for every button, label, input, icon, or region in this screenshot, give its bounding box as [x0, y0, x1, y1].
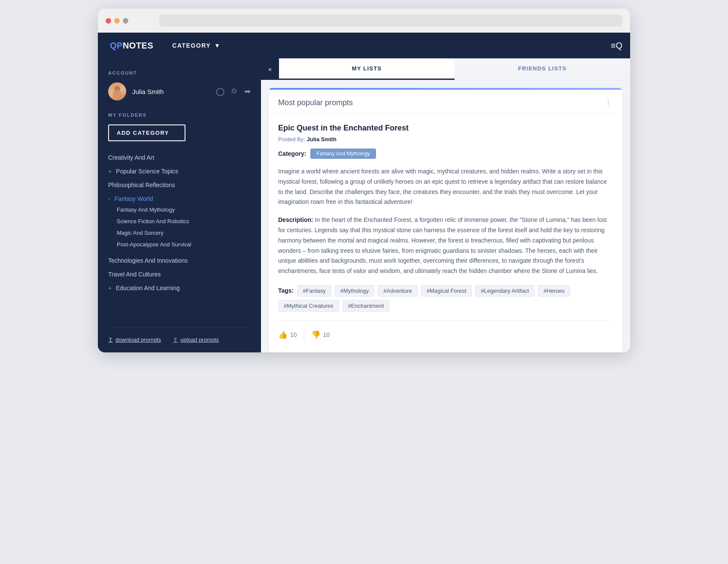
download-prompts-label: download prompts [115, 337, 161, 343]
minimize-dot[interactable] [114, 18, 120, 24]
expand-icon-2: + [108, 285, 112, 291]
thumbs-up-icon: 👍 [278, 330, 288, 340]
sidebar-item-post-apocalypse-label: Post-Apocalypse And Survival [117, 241, 191, 248]
like-button[interactable]: 👍 10 [278, 327, 297, 343]
maximize-dot[interactable] [123, 18, 128, 24]
vote-divider [304, 330, 304, 340]
avatar-image [108, 82, 126, 100]
like-count: 10 [290, 331, 297, 338]
browser-dots [106, 18, 128, 24]
sidebar-item-post-apocalypse[interactable]: Post-Apocalypse And Survival [117, 239, 251, 250]
description-text: In the heart of the Enchanted Forest, a … [278, 216, 607, 274]
sidebar-collapse-button[interactable]: « [261, 58, 279, 80]
search-icon: ≡Q [611, 41, 622, 51]
category-row: Category: Fantasy And Mythology [278, 149, 613, 159]
prompt-text: Imagine a world where ancient forests ar… [278, 167, 613, 207]
folders-label: MY FOLDERS [108, 112, 251, 118]
sidebar-item-education[interactable]: + Education And Learning [108, 281, 251, 295]
tag-mythology[interactable]: #Mythology [335, 285, 374, 297]
more-options-icon[interactable]: ⋮ [604, 97, 613, 108]
tag-magical-forest[interactable]: #Magical Forest [421, 285, 472, 297]
vote-row: 👍 10 👎 10 [278, 320, 613, 343]
category-badge[interactable]: Fantasy And Mythology [310, 149, 376, 159]
prompt-card: Most popular prompts ⋮ Epic Quest in the… [269, 88, 622, 352]
navbar: QPNOTES CATEGORY ▼ ≡Q [98, 33, 630, 58]
sidebar-item-fantasy-mythology-label: Fantasy And Mythology [117, 206, 175, 213]
tags-row: Tags: #Fantasy #Mythology #Adventure #Ma… [278, 285, 613, 312]
tag-enchantment[interactable]: #Enchantment [343, 300, 390, 312]
thumbs-down-icon: 👎 [311, 330, 321, 340]
sidebar-item-magic-sorcery[interactable]: Magic And Sorcery [117, 227, 251, 239]
sidebar-item-popular-science-label: Popular Science Topics [116, 168, 178, 175]
sidebar-item-travel-label: Travel And Cultures [108, 271, 161, 278]
collapse-sidebar-icon: « [268, 66, 272, 73]
logo-qp: QP [110, 41, 123, 50]
fantasy-world-sublist: Fantasy And Mythology Science Fiction An… [108, 204, 251, 250]
browser-window: QPNOTES CATEGORY ▼ ≡Q ACCOUNT [98, 9, 630, 352]
tag-fantasy[interactable]: #Fantasy [297, 285, 331, 297]
sidebar-item-creativity-label: Creativity And Art [108, 154, 154, 161]
sidebar-item-fantasy-world[interactable]: - Fantasy World Fantasy And Mythology Sc… [108, 192, 251, 254]
sidebar-item-fantasy-mythology[interactable]: Fantasy And Mythology [117, 204, 251, 215]
browser-chrome [98, 9, 630, 33]
app-logo: QPNOTES [110, 41, 153, 51]
tab-friends-lists-label: FRIENDS LISTS [518, 65, 567, 72]
address-bar[interactable] [159, 15, 622, 27]
navbar-center: CATEGORY ▼ [153, 39, 610, 52]
user-name: Julia Smith [132, 88, 210, 95]
tag-mythical-creatures[interactable]: #Mythical Creatures [278, 300, 339, 312]
prompt-title: Epic Quest in the Enchanted Forest [278, 124, 613, 133]
tag-legendary-artifact[interactable]: #Legendary Artifact [475, 285, 534, 297]
dislike-button[interactable]: 👎 10 [311, 327, 330, 343]
sidebar-item-creativity[interactable]: Creativity And Art [108, 151, 251, 164]
add-category-button[interactable]: ADD CATEGORY [108, 124, 185, 141]
sidebar-item-scifi-robotics-label: Science Fiction And Robotics [117, 218, 189, 224]
sidebar-item-philosophical[interactable]: Philosophical Reflections [108, 178, 251, 192]
chevron-down-icon: ▼ [214, 42, 221, 49]
category-field-label: Category: [278, 150, 306, 157]
prompt-card-body: Epic Quest in the Enchanted Forest Poste… [269, 114, 622, 352]
avatar [108, 82, 126, 100]
profile-icon[interactable]: ◯ [216, 87, 224, 96]
description-label: Description: [278, 216, 313, 223]
close-dot[interactable] [106, 18, 111, 24]
description-section: Description: In the heart of the Enchant… [278, 215, 613, 276]
sidebar-item-education-label: Education And Learning [116, 285, 180, 291]
search-button[interactable]: ≡Q [611, 41, 622, 51]
app: QPNOTES CATEGORY ▼ ≡Q ACCOUNT [98, 33, 630, 352]
upload-prompts-link[interactable]: ⇧ upload prompts [173, 337, 219, 343]
category-dropdown[interactable]: CATEGORY ▼ [166, 39, 227, 52]
tab-my-lists[interactable]: MY LISTS [279, 58, 455, 80]
tabs-row: « MY LISTS FRIENDS LISTS [261, 58, 630, 80]
sidebar-item-popular-science[interactable]: + Popular Science Topics [108, 164, 251, 178]
tag-heroes[interactable]: #Heroes [538, 285, 570, 297]
sidebar-item-scifi-robotics[interactable]: Science Fiction And Robotics [117, 215, 251, 227]
prompt-card-section-title: Most popular prompts [278, 98, 353, 107]
main-area: ACCOUNT Julia Smith ◯ ⛭ ➡ MY FOLDERS ADD… [98, 58, 630, 352]
posted-by-label: Posted By: [278, 136, 305, 143]
sidebar-item-fantasy-world-label: Fantasy World [115, 195, 153, 202]
dislike-count: 10 [323, 331, 330, 338]
sidebar-item-magic-sorcery-label: Magic And Sorcery [117, 230, 164, 236]
tab-friends-lists[interactable]: FRIENDS LISTS [455, 58, 630, 80]
account-label: ACCOUNT [108, 70, 251, 76]
tags-label: Tags: [278, 287, 294, 294]
tab-my-lists-label: MY LISTS [352, 65, 382, 72]
posted-by: Posted By: Julia Smith [278, 136, 613, 143]
prompt-card-header: Most popular prompts ⋮ [269, 90, 622, 114]
posted-by-name: Julia Smith [307, 136, 337, 143]
upload-icon: ⇧ [173, 337, 178, 343]
upload-prompts-label: upload prompts [180, 337, 219, 343]
sidebar-item-travel[interactable]: Travel And Cultures [108, 267, 251, 281]
tag-adventure[interactable]: #Adventure [378, 285, 418, 297]
sidebar-item-technologies-label: Technologies And Innovations [108, 257, 188, 264]
expand-icon: + [108, 168, 112, 175]
sidebar-item-philosophical-label: Philosophical Reflections [108, 182, 175, 188]
logout-icon[interactable]: ➡ [244, 87, 251, 96]
settings-icon[interactable]: ⛭ [231, 87, 238, 96]
sidebar-item-technologies[interactable]: Technologies And Innovations [108, 254, 251, 267]
collapse-icon: - [108, 195, 110, 202]
download-prompts-link[interactable]: ↥ download prompts [108, 337, 161, 343]
sidebar: ACCOUNT Julia Smith ◯ ⛭ ➡ MY FOLDERS ADD… [98, 58, 261, 352]
user-action-icons: ◯ ⛭ ➡ [216, 87, 251, 96]
